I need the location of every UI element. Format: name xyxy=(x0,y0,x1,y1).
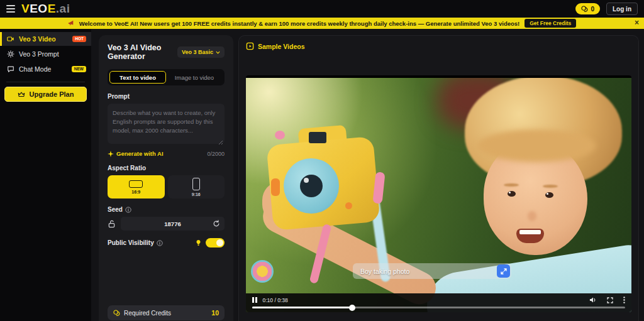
model-selector-value: Veo 3 Basic xyxy=(182,49,213,55)
video-caption: Boy taking photo xyxy=(353,263,511,279)
banner-close-icon[interactable]: × xyxy=(635,18,639,27)
video-controls: 0:10 / 0:38 xyxy=(246,293,631,312)
announcement-banner: Welcome to VeoE AI! New users get 100 FR… xyxy=(0,18,644,29)
tab-text-to-video[interactable]: Text to video xyxy=(109,71,166,84)
chevron-down-icon xyxy=(216,51,220,54)
info-icon xyxy=(157,240,163,246)
new-badge: NEW xyxy=(72,66,86,73)
sparkle-icon xyxy=(108,151,114,157)
sidebar-divider xyxy=(6,82,85,82)
aspect-ratio-label: Aspect Ratio xyxy=(108,165,225,171)
hot-badge: HOT xyxy=(72,36,86,43)
caption-expand-button[interactable] xyxy=(497,264,510,278)
portrait-icon xyxy=(192,178,200,190)
coins-icon xyxy=(113,310,120,317)
model-selector[interactable]: Veo 3 Basic xyxy=(177,46,225,58)
logo-segment: .ai xyxy=(56,2,70,16)
required-credits-label: Required Credits xyxy=(124,310,171,317)
landscape-icon xyxy=(129,180,143,188)
chat-icon xyxy=(7,65,14,73)
video-time: 0:10 / 0:38 xyxy=(263,297,288,303)
lock-open-icon[interactable] xyxy=(108,220,116,228)
aspect-ratio-9-16[interactable]: 9:16 xyxy=(168,175,225,199)
app-logo[interactable]: VEOE.ai xyxy=(21,2,70,16)
banner-text: Welcome to VeoE AI! New users get 100 FR… xyxy=(79,20,520,27)
upgrade-plan-button[interactable]: Upgrade Plan xyxy=(4,87,87,102)
video-camera-icon xyxy=(7,35,14,43)
login-button[interactable]: Log in xyxy=(606,3,638,15)
credits-count: 0 xyxy=(591,6,594,13)
upgrade-plan-label: Upgrade Plan xyxy=(30,90,74,98)
sample-videos-panel: Sample Videos xyxy=(238,35,639,321)
seed-input[interactable] xyxy=(121,217,225,231)
megaphone-icon xyxy=(68,20,74,26)
sidebar-item-veo3-video[interactable]: Veo 3 Video HOT xyxy=(0,32,91,46)
pause-button[interactable] xyxy=(252,297,257,303)
mode-tabs: Text to video Image to video xyxy=(108,69,225,85)
video-progress-fill xyxy=(252,307,353,308)
volume-icon[interactable] xyxy=(589,297,597,303)
sidebar-item-label: Chat Mode xyxy=(19,65,51,73)
video-library-icon xyxy=(246,42,254,50)
more-options-icon[interactable] xyxy=(623,297,625,303)
content-area: Veo 3 Video HOT Veo 3 Prompt Chat Mode N… xyxy=(0,29,644,321)
tab-image-to-video[interactable]: Image to video xyxy=(166,71,223,84)
logo-segment: E xyxy=(48,2,56,16)
video-progress-bar[interactable] xyxy=(252,307,625,308)
video-progress-thumb[interactable] xyxy=(349,305,355,311)
lightbulb-icon xyxy=(7,50,14,58)
sidebar-item-label: Veo 3 Prompt xyxy=(19,50,59,58)
refresh-icon[interactable] xyxy=(213,220,220,227)
top-bar: VEOE.ai 0 Log in xyxy=(0,0,644,18)
menu-icon[interactable] xyxy=(6,5,15,13)
toggle-knob xyxy=(216,239,223,246)
public-visibility-toggle[interactable] xyxy=(206,238,225,248)
public-visibility-label: Public Visibility xyxy=(108,239,154,246)
ratio-label: 16:9 xyxy=(131,190,140,194)
expand-icon xyxy=(501,268,507,275)
fullscreen-icon[interactable] xyxy=(607,297,613,303)
get-free-credits-button[interactable]: Get Free Credits xyxy=(525,19,576,28)
logo-segment: V xyxy=(21,2,30,16)
generator-panel: Veo 3 AI Video Generator Veo 3 Basic Tex… xyxy=(99,35,233,321)
sidebar-item-label: Veo 3 Video xyxy=(19,35,56,43)
logo-segment: EO xyxy=(30,2,47,16)
generate-with-ai-button[interactable]: Generate with AI xyxy=(108,150,164,157)
sidebar-item-chat-mode[interactable]: Chat Mode NEW xyxy=(0,62,91,76)
sidebar: Veo 3 Video HOT Veo 3 Prompt Chat Mode N… xyxy=(0,29,91,321)
coins-icon xyxy=(581,6,588,13)
generator-title: Veo 3 AI Video Generator xyxy=(108,43,177,61)
credits-pill[interactable]: 0 xyxy=(575,3,600,14)
seed-label: Seed xyxy=(108,206,123,213)
sidebar-item-veo3-prompt[interactable]: Veo 3 Prompt xyxy=(0,47,91,61)
sample-videos-title: Sample Videos xyxy=(258,43,305,50)
video-player[interactable]: Boy taking photo 0:10 / 0:38 xyxy=(246,75,631,312)
ratio-label: 9:16 xyxy=(192,192,201,197)
required-credits-value: 10 xyxy=(211,309,219,317)
aspect-ratio-16-9[interactable]: 16:9 xyxy=(108,175,165,199)
video-caption-text: Boy taking photo xyxy=(360,268,409,275)
prompt-label: Prompt xyxy=(108,93,225,100)
required-credits-box: Required Credits 10 xyxy=(108,305,225,320)
crown-icon xyxy=(18,91,25,98)
char-counter: 0/2000 xyxy=(207,151,225,157)
prompt-input[interactable] xyxy=(108,104,225,144)
generate-with-ai-label: Generate with AI xyxy=(116,150,164,157)
lamp-icon xyxy=(195,239,202,246)
info-icon xyxy=(125,207,131,213)
